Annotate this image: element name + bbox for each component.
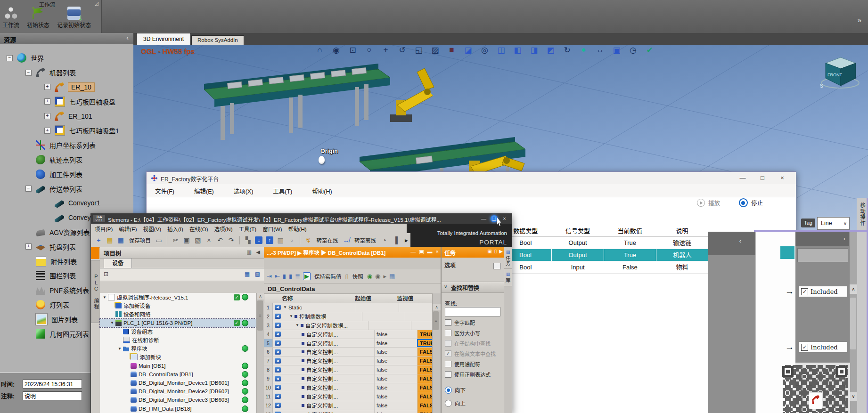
plc-programming-tab[interactable]: PLC 编程	[91, 260, 100, 323]
tree-toggle-icon[interactable]: +	[25, 243, 32, 250]
project-tree-item[interactable]: DB_Digital_Monitor_Device3 [DB603]	[100, 396, 257, 404]
panel-b-field[interactable]	[797, 248, 848, 262]
dialog-launcher-icon[interactable]: ◿	[95, 1, 98, 6]
resource-tree-item[interactable]: 加工件列表	[0, 167, 133, 181]
db-table-row[interactable]: 11◂自定义控制...falseFALSE	[264, 392, 433, 401]
panel-layout-icon[interactable]: ▥	[247, 249, 252, 255]
pan-icon[interactable]: +	[381, 45, 391, 55]
right-scrollbar[interactable]: ∧ ∨	[849, 232, 857, 413]
front-view-icon[interactable]: ◧	[513, 45, 523, 55]
select-box-icon[interactable]: ◪	[463, 45, 473, 55]
db-monitor-value[interactable]: FALSE	[417, 383, 433, 392]
resource-tree-item[interactable]: −世界	[0, 51, 133, 65]
tia-menu-item[interactable]: 帮助(H)	[288, 225, 307, 233]
expander-icon[interactable]: ▼	[295, 323, 299, 327]
resource-tree-item[interactable]: −传送带列表	[0, 181, 133, 196]
project-tree-item[interactable]: 添加新块	[100, 353, 257, 361]
float-panel-icon[interactable]: ▣	[487, 249, 491, 254]
find-option-checkbox[interactable]: 全字匹配	[445, 319, 496, 325]
tia-titlebar[interactable]: TIAV15.1 Siemens - E:\【04】工作资料\【02】ER_Fa…	[91, 214, 512, 224]
tia-menu-item[interactable]: 编辑(E)	[119, 225, 137, 233]
bounding-box-icon[interactable]: ▣	[612, 45, 622, 55]
restore-button[interactable]: ▣	[419, 249, 424, 255]
print-icon[interactable]: ▭	[155, 236, 163, 244]
project-tree-item[interactable]: Main [OB1]	[100, 362, 257, 370]
close-button[interactable]: ×	[501, 215, 508, 222]
project-tree-item[interactable]: ▼程序块	[100, 344, 257, 353]
db-table-row[interactable]: 8◂自定义控制...falseFALSE	[264, 365, 433, 374]
project-tree-item[interactable]: DB_Digital_Monitor_Device2 [DB602]	[100, 387, 257, 396]
record-dot-icon[interactable]: ●	[579, 45, 589, 55]
orbit-icon[interactable]: ↺	[397, 45, 407, 55]
db-monitor-value[interactable]	[411, 321, 433, 330]
resource-tree-item[interactable]: +七巧板四轴吸盘	[0, 94, 133, 109]
copy-snapshot-icon[interactable]: ◉	[367, 273, 372, 280]
project-tree-item[interactable]: DB_Digital_Monitor_Device1 [DB601]	[100, 379, 257, 387]
snapshot-label[interactable]: 快照	[352, 273, 363, 280]
scroll-down-icon[interactable]: ∨	[850, 392, 857, 401]
db-scrollbar[interactable]: ∧ ≡	[432, 293, 441, 413]
zoom-window-icon[interactable]: ⊡	[348, 45, 358, 55]
verify-icon[interactable]: ✔	[645, 45, 655, 55]
reset-values-icon[interactable]: ▮	[289, 273, 292, 280]
insert-row-icon[interactable]: ⇥	[267, 273, 272, 280]
tab-robox-sysaddin[interactable]: Robox SysAddIn	[191, 35, 244, 45]
tia-menu-item[interactable]: 插入(I)	[167, 225, 183, 233]
tab-3d-environment[interactable]: 3D Environment	[136, 33, 191, 45]
tia-menu-item[interactable]: 视图(V)	[143, 225, 161, 233]
db-monitor-value[interactable]: FALSE	[417, 374, 433, 383]
expander-icon[interactable]: ▼	[283, 305, 287, 309]
db-monitor-value[interactable]: TRUE	[417, 339, 433, 348]
project-tree-item[interactable]: ▼虚拟调试程序-Release_V15.1✓	[100, 293, 257, 301]
er-menu-item[interactable]: 文件(F)	[155, 186, 174, 195]
expander-icon[interactable]: ▼	[289, 314, 293, 318]
er-menu-item[interactable]: 选项(X)	[234, 186, 254, 195]
side-view-icon[interactable]: ◩	[546, 45, 556, 55]
minimize-button[interactable]: —	[738, 174, 747, 182]
keep-values-icon[interactable]: ▮	[283, 273, 286, 280]
go-online-icon[interactable]: ↯	[304, 236, 312, 244]
find-input[interactable]	[445, 307, 500, 316]
resource-tree-item[interactable]: +ER_10	[0, 80, 133, 95]
iso-view-icon[interactable]: ◫	[496, 45, 506, 55]
db-table-row[interactable]: 5◂自定义控制...falseTRUE	[264, 339, 433, 348]
side-tab-library[interactable]: ▥库	[504, 269, 512, 286]
er-menu-item[interactable]: 工具(T)	[273, 186, 292, 195]
delete-icon[interactable]: ×	[205, 236, 213, 244]
monitor-table-row[interactable]: BoolOutputTrue输送链	[500, 237, 708, 249]
minimize-button[interactable]: —	[480, 215, 487, 222]
included-toggle[interactable]: ✓Included	[798, 285, 848, 298]
column-start-value[interactable]: 起始值	[353, 294, 394, 304]
project-tree-item[interactable]: DB_ControlData [DB1]	[100, 370, 257, 379]
tree-toggle-icon[interactable]: −	[25, 70, 32, 76]
db-table-row[interactable]: 2◂▼控制端数据	[264, 312, 433, 321]
find-option-checkbox[interactable]: 使用通配符	[445, 361, 496, 367]
timer-icon[interactable]: ◷	[628, 45, 638, 55]
window-split-icon[interactable]: ▐	[392, 236, 400, 244]
new-project-icon[interactable]: +	[95, 236, 103, 244]
more-chevron-icon[interactable]: »	[858, 16, 861, 24]
db-monitor-value[interactable]: FALSE	[417, 365, 433, 374]
filter-icon[interactable]: ⊡	[104, 271, 108, 277]
find-replace-section[interactable]: ∨ 查找和替换	[442, 282, 505, 293]
direction-radio[interactable]: 向上	[445, 399, 466, 407]
table-settings-icon[interactable]: ▦	[389, 273, 395, 280]
tia-menu-item[interactable]: 窗口(W)	[262, 225, 282, 233]
scroll-up-icon[interactable]: ∧	[433, 304, 441, 310]
ribbon-button-save-state[interactable]: 记录初始状态	[56, 6, 92, 29]
tab-devices[interactable]: 设备	[104, 258, 132, 268]
scrollbar-thumb[interactable]: ≡	[433, 311, 439, 330]
tia-menu-item[interactable]: 选项(N)	[214, 225, 233, 233]
monitor-all-icon[interactable]: ▶	[303, 272, 311, 280]
close-button[interactable]: ×	[436, 249, 439, 255]
record-square-icon[interactable]: ■	[447, 45, 457, 55]
dock-panel-icon[interactable]: ▯	[494, 249, 497, 254]
ribbon-button-workflow[interactable]: 工作流	[1, 6, 21, 29]
maximize-button[interactable]: □	[758, 174, 767, 182]
find-option-checkbox[interactable]: 使用正则表达式	[445, 371, 496, 377]
column-monitor-value[interactable]: 监视值	[395, 294, 433, 304]
stop-runtime-icon[interactable]: ▫	[287, 236, 295, 244]
included-toggle[interactable]: ✓Included	[798, 341, 848, 353]
project-tree-scrollbar[interactable]: ∧ ≡	[256, 293, 264, 413]
view-eye-icon[interactable]: ◉	[331, 45, 341, 55]
